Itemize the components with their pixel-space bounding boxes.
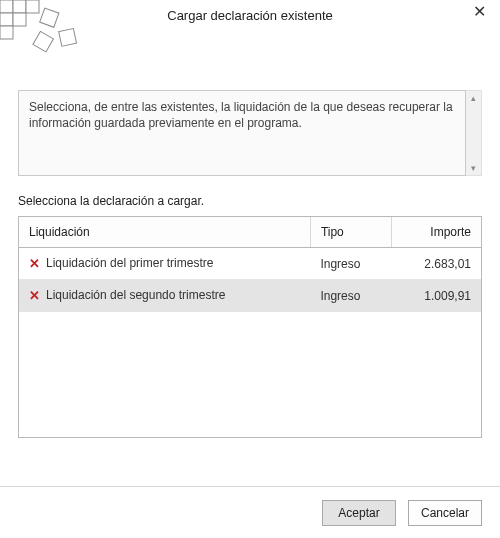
col-tipo[interactable]: Tipo: [310, 217, 391, 248]
scroll-up-icon[interactable]: ▴: [471, 91, 476, 105]
dialog-footer: Aceptar Cancelar: [0, 486, 500, 538]
row-name: Liquidación del segundo trimestre: [46, 288, 225, 302]
instruction-text: Selecciona, de entre las existentes, la …: [18, 90, 466, 176]
delete-row-icon[interactable]: ✕: [29, 288, 40, 303]
row-importe: 2.683,01: [391, 248, 481, 280]
table-header-row: Liquidación Tipo Importe: [19, 217, 481, 248]
instruction-panel: Selecciona, de entre las existentes, la …: [18, 90, 482, 176]
instruction-scrollbar[interactable]: ▴ ▾: [466, 90, 482, 176]
select-prompt: Selecciona la declaración a cargar.: [18, 194, 482, 208]
delete-row-icon[interactable]: ✕: [29, 256, 40, 271]
row-tipo: Ingreso: [310, 248, 391, 280]
table-row[interactable]: ✕Liquidación del primer trimestreIngreso…: [19, 248, 481, 280]
close-icon[interactable]: ✕: [467, 2, 492, 22]
row-importe: 1.009,91: [391, 280, 481, 312]
accept-button[interactable]: Aceptar: [322, 500, 396, 526]
row-name: Liquidación del primer trimestre: [46, 256, 213, 270]
scroll-down-icon[interactable]: ▾: [471, 161, 476, 175]
table-row[interactable]: ✕Liquidación del segundo trimestreIngres…: [19, 280, 481, 312]
declarations-table: Liquidación Tipo Importe ✕Liquidación de…: [18, 216, 482, 438]
col-importe[interactable]: Importe: [391, 217, 481, 248]
cancel-button[interactable]: Cancelar: [408, 500, 482, 526]
window-title: Cargar declaración existente: [0, 6, 500, 23]
titlebar: Cargar declaración existente ✕: [0, 0, 500, 40]
row-tipo: Ingreso: [310, 280, 391, 312]
col-liquidacion[interactable]: Liquidación: [19, 217, 310, 248]
